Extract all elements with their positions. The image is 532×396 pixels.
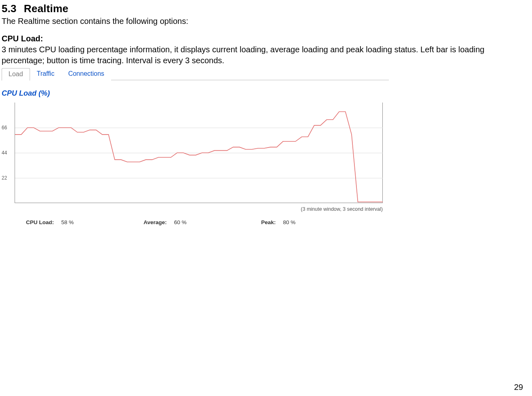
y-tick-22: 22: [2, 175, 7, 181]
stat-average: Average: 60 %: [144, 219, 261, 225]
page-number: 29: [514, 383, 523, 392]
stat-peak-key: Peak:: [261, 219, 276, 225]
tab-traffic[interactable]: Traffic: [30, 68, 62, 80]
tab-load[interactable]: Load: [2, 68, 30, 81]
y-tick-66: 66: [2, 125, 7, 131]
stat-cpu-load-val: 58 %: [61, 219, 74, 225]
cpu-load-label: CPU Load:: [2, 34, 529, 43]
chart-caption: (3 minute window, 3 second interval): [301, 206, 383, 212]
tab-underline: [111, 80, 389, 80]
tab-connections[interactable]: Connections: [61, 68, 111, 80]
stat-peak: Peak: 80 %: [261, 219, 379, 225]
chart-area: 66 44 22 (3 minute window, 3 second inte…: [2, 100, 383, 214]
stat-average-key: Average:: [144, 219, 167, 225]
section-heading: 5.3Realtime: [2, 2, 529, 15]
stats-row: CPU Load: 58 % Average: 60 % Peak: 80 %: [26, 219, 389, 225]
chart-title: CPU Load (%): [2, 89, 389, 98]
tab-bar: Load Traffic Connections: [2, 68, 389, 80]
section-number: 5.3: [2, 2, 17, 15]
stat-cpu-load: CPU Load: 58 %: [26, 219, 144, 225]
stat-peak-val: 80 %: [283, 219, 296, 225]
stat-cpu-load-key: CPU Load:: [26, 219, 54, 225]
cpu-load-screenshot: Load Traffic Connections CPU Load (%) 66…: [2, 68, 389, 225]
y-tick-44: 44: [2, 150, 7, 156]
intro-text: The Realtime section contains the follow…: [2, 16, 529, 27]
section-title: Realtime: [24, 2, 69, 15]
line-series: [15, 103, 383, 203]
stat-average-val: 60 %: [174, 219, 187, 225]
cpu-load-description: 3 minutes CPU loading percentage informa…: [2, 44, 529, 66]
